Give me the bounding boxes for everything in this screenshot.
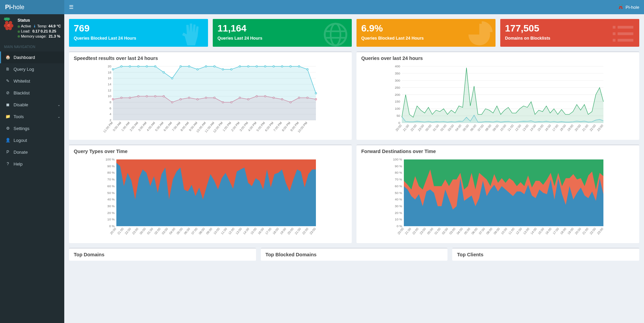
svg-text:17:00: 17:00 — [264, 227, 272, 235]
svg-text:18:00: 18:00 — [272, 227, 279, 235]
logo[interactable]: Pi-hole — [0, 0, 64, 14]
raspberry-icon — [618, 4, 624, 10]
svg-text:1:00 PM: 1:00 PM — [222, 121, 232, 132]
svg-text:03:00: 03:00 — [161, 227, 168, 235]
svg-point-6 — [8, 27, 12, 30]
nav-settings[interactable]: ⚙Settings — [0, 123, 64, 134]
svg-text:21:00: 21:00 — [117, 227, 124, 235]
stat-percent[interactable]: 6.9% Queries Blocked Last 24 Hours — [356, 19, 496, 47]
nav-header: MAIN NAVIGATION — [0, 42, 64, 51]
svg-text:2:00 PM: 2:00 PM — [230, 121, 240, 132]
svg-text:05:00: 05:00 — [462, 124, 469, 132]
svg-point-86 — [281, 66, 283, 67]
chart-querytypes[interactable]: 0 %10 %20 %30 %40 %50 %60 %70 %80 %90 %1… — [74, 157, 347, 237]
svg-text:20:00: 20:00 — [574, 124, 581, 132]
svg-text:7:00 PM: 7:00 PM — [273, 121, 282, 132]
svg-text:4: 4 — [110, 112, 111, 116]
svg-text:02:00: 02:00 — [441, 227, 449, 235]
svg-text:90 %: 90 % — [395, 164, 402, 168]
svg-text:10 %: 10 % — [395, 217, 402, 221]
stat-blocked[interactable]: 769 Queries Blocked Last 24 Hours — [69, 19, 208, 47]
svg-text:100 %: 100 % — [106, 157, 115, 161]
svg-text:06:00: 06:00 — [183, 227, 191, 235]
svg-point-73 — [171, 78, 173, 79]
svg-text:1:00 AM: 1:00 AM — [121, 121, 131, 132]
svg-point-10 — [621, 7, 623, 9]
svg-text:20:00: 20:00 — [287, 227, 294, 235]
svg-text:03:00: 03:00 — [448, 227, 456, 235]
svg-text:15:00: 15:00 — [250, 227, 257, 235]
nav-disable[interactable]: ◼Disable⌄ — [0, 99, 64, 111]
stat-queries[interactable]: 11,164 Queries Last 24 Hours — [213, 19, 352, 47]
svg-text:12:00: 12:00 — [515, 227, 523, 235]
menu-toggle[interactable]: ☰ — [69, 4, 73, 10]
svg-text:08:00: 08:00 — [484, 124, 492, 132]
svg-point-66 — [112, 69, 114, 70]
svg-text:8: 8 — [110, 100, 111, 104]
svg-text:01:00: 01:00 — [434, 227, 441, 235]
svg-point-81 — [239, 66, 241, 67]
nav-blacklist[interactable]: ⊘Blacklist — [0, 87, 64, 99]
svg-text:30 %: 30 % — [395, 204, 402, 208]
svg-text:50 %: 50 % — [395, 191, 402, 195]
svg-text:10:00: 10:00 — [500, 227, 508, 235]
svg-rect-15 — [613, 26, 616, 28]
svg-point-80 — [231, 69, 232, 70]
svg-text:70 %: 70 % — [395, 177, 402, 181]
svg-text:20 %: 20 % — [107, 211, 115, 215]
svg-text:08:00: 08:00 — [198, 227, 206, 235]
svg-text:40 %: 40 % — [395, 197, 402, 201]
list-icon — [610, 21, 637, 47]
svg-text:14: 14 — [108, 82, 111, 86]
svg-text:04:00: 04:00 — [456, 227, 463, 235]
nav-whitelist[interactable]: ✎Whitelist — [0, 75, 64, 87]
panel-title: Queries over last 24 hours — [356, 52, 639, 61]
svg-text:09:00: 09:00 — [205, 227, 213, 235]
svg-text:08:00: 08:00 — [486, 227, 493, 235]
nav-querylog[interactable]: 🗎Query Log — [0, 63, 64, 75]
nav-tools[interactable]: 📁Tools⌄ — [0, 111, 64, 123]
svg-text:18:00: 18:00 — [559, 227, 567, 235]
svg-text:20: 20 — [108, 64, 111, 68]
nav-dashboard[interactable]: 🏠Dashboard — [0, 51, 64, 63]
chart-queries[interactable]: 05010015020025030035040020:0021:0022:002… — [361, 64, 635, 134]
chevron-down-icon: ⌄ — [58, 103, 60, 107]
svg-rect-16 — [618, 26, 633, 28]
topbar-user[interactable]: Pi-hole — [618, 4, 639, 10]
svg-text:07:00: 07:00 — [191, 227, 198, 235]
stat-domains[interactable]: 177,505 Domains on Blocklists — [500, 19, 639, 47]
svg-text:60 %: 60 % — [395, 184, 402, 188]
svg-text:14:00: 14:00 — [529, 124, 537, 132]
svg-text:8:00 AM: 8:00 AM — [180, 121, 190, 132]
nav-help[interactable]: ?Help — [0, 158, 64, 170]
svg-text:17:00: 17:00 — [552, 227, 559, 235]
svg-text:20:00: 20:00 — [397, 227, 404, 235]
svg-text:200: 200 — [395, 93, 400, 96]
nav-logout[interactable]: 👤Logout — [0, 134, 64, 146]
svg-point-74 — [180, 66, 182, 67]
svg-text:80 %: 80 % — [107, 171, 115, 174]
svg-point-79 — [222, 69, 224, 70]
edit-icon: ✎ — [5, 79, 11, 83]
nav-donate[interactable]: PDonate — [0, 146, 64, 158]
svg-point-87 — [290, 66, 292, 67]
svg-text:13:00: 13:00 — [235, 227, 243, 235]
svg-text:00:00: 00:00 — [427, 227, 434, 235]
svg-text:10:00: 10:00 — [499, 124, 507, 132]
svg-text:350: 350 — [395, 71, 400, 75]
folder-icon: 📁 — [5, 114, 11, 119]
chart-speedtest[interactable]: 246810121416182011:00 PM0:00 AM1:00 AM2:… — [74, 64, 347, 134]
svg-text:01:00: 01:00 — [432, 124, 440, 132]
svg-text:10:00: 10:00 — [213, 227, 220, 235]
chart-fwddest[interactable]: 0 %10 %20 %30 %40 %50 %60 %70 %80 %90 %1… — [361, 157, 635, 237]
svg-text:04:00: 04:00 — [168, 227, 176, 235]
svg-point-88 — [298, 66, 300, 67]
topbar: ☰ Pi-hole — [64, 0, 644, 14]
chevron-down-icon: ⌄ — [58, 115, 60, 119]
svg-text:16:00: 16:00 — [545, 227, 552, 235]
svg-text:13:00: 13:00 — [522, 124, 529, 132]
svg-text:22:00: 22:00 — [589, 227, 597, 235]
svg-text:2:00 AM: 2:00 AM — [129, 121, 139, 132]
svg-text:12: 12 — [108, 88, 111, 92]
svg-text:21:00: 21:00 — [404, 227, 412, 235]
